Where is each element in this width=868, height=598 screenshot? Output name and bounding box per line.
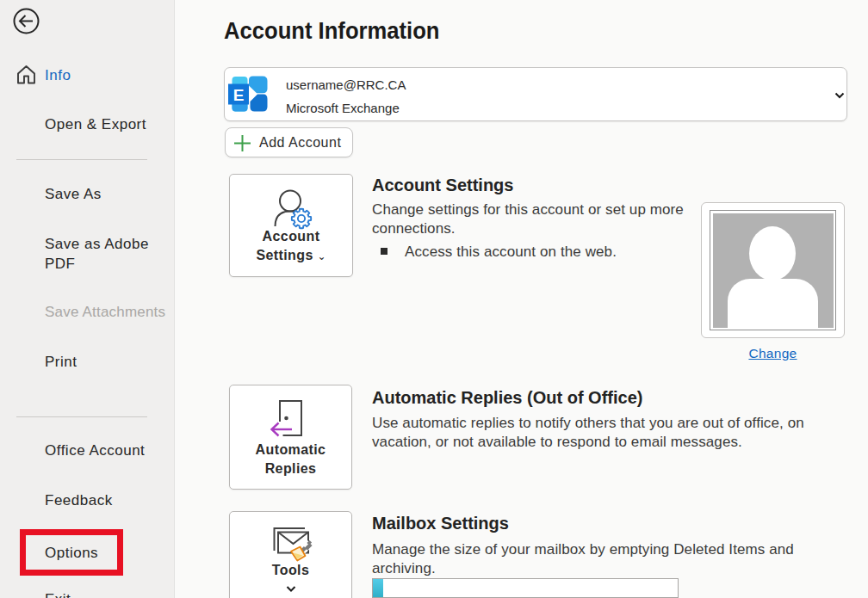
- svg-text:E: E: [233, 86, 245, 104]
